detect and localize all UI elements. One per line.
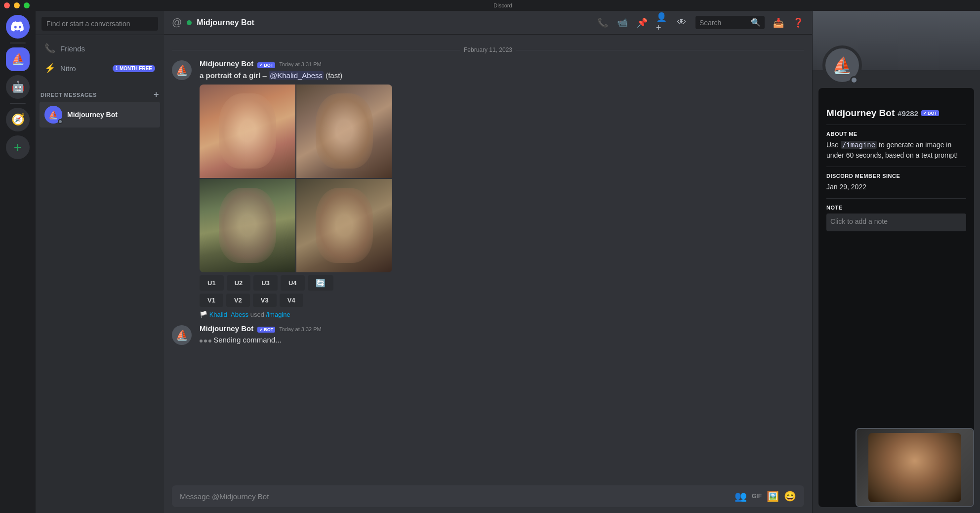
dm-section-header: DIRECT MESSAGES + bbox=[36, 82, 164, 102]
dm-list-item-midjourney[interactable]: ⛵ Midjourney Bot bbox=[40, 102, 160, 128]
sidebar-divider bbox=[10, 43, 26, 43]
add-friend-button[interactable]: 👤+ bbox=[656, 17, 668, 29]
close-button[interactable] bbox=[4, 2, 10, 8]
v3-button[interactable]: V3 bbox=[253, 294, 277, 307]
chat-input-area: 👥 GIF 🖼️ 😄 bbox=[164, 479, 812, 513]
v4-button[interactable]: V4 bbox=[280, 294, 303, 307]
emoji-button[interactable]: 😄 bbox=[784, 490, 796, 502]
main-chat: @ Midjourney Bot 📞 📹 📌 👤+ 👁 🔍 📥 ❓ Febru bbox=[164, 11, 812, 513]
pin-button[interactable]: 📌 bbox=[636, 17, 648, 29]
chat-messages: February 11, 2023 ⛵ Midjourney Bot ✔ BOT… bbox=[164, 35, 812, 479]
chat-input-box: 👥 GIF 🖼️ 😄 bbox=[172, 485, 804, 507]
maximize-button[interactable] bbox=[24, 2, 30, 8]
bot-badge-2: ✔ BOT bbox=[257, 327, 275, 333]
add-server-button[interactable]: + bbox=[6, 135, 30, 159]
friends-icon: 📞 bbox=[44, 43, 55, 54]
message-header-1: Midjourney Bot ✔ BOT Today at 3:31 PM bbox=[200, 59, 804, 68]
midjourney-dm-name: Midjourney Bot bbox=[67, 111, 118, 119]
refresh-button[interactable]: 🔄 bbox=[308, 275, 333, 291]
inbox-button[interactable]: 📥 bbox=[773, 17, 784, 29]
mention-link[interactable]: @Khalid_Abess bbox=[269, 71, 324, 80]
note-title: NOTE bbox=[826, 205, 966, 211]
command-name[interactable]: /imagine bbox=[266, 311, 290, 318]
chat-header: @ Midjourney Bot 📞 📹 📌 👤+ 👁 🔍 📥 ❓ bbox=[164, 11, 812, 35]
nitro-label: Nitro bbox=[60, 64, 76, 73]
u3-button[interactable]: U3 bbox=[253, 275, 278, 291]
video-feed bbox=[857, 429, 973, 506]
midjourney-status bbox=[58, 119, 63, 124]
upscale-buttons: U1 U2 U3 U4 🔄 bbox=[200, 275, 804, 291]
dm-search-input[interactable] bbox=[41, 17, 158, 31]
online-indicator bbox=[187, 20, 192, 25]
server-icon-sailboat[interactable]: ⛵ bbox=[6, 47, 30, 71]
server-sidebar: ⛵ 🤖 🧭 + bbox=[0, 11, 36, 513]
call-button[interactable]: 📞 bbox=[597, 17, 609, 29]
nitro-nav-item[interactable]: ⚡ Nitro 1 MONTH FREE bbox=[40, 59, 160, 78]
message-text-2: Sending command... bbox=[200, 335, 804, 345]
v2-button[interactable]: V2 bbox=[226, 294, 250, 307]
command-user[interactable]: Khalid_Abess bbox=[209, 311, 249, 318]
people-icon[interactable]: 👥 bbox=[735, 490, 747, 502]
title-bar: Discord bbox=[0, 0, 980, 11]
friends-nav-item[interactable]: 📞 Friends bbox=[40, 39, 160, 58]
about-me-title: ABOUT ME bbox=[826, 131, 966, 137]
chat-search-input[interactable] bbox=[699, 19, 748, 27]
v1-button[interactable]: V1 bbox=[200, 294, 223, 307]
command-usage-message: 🏳️ Khalid_Abess used /imagine bbox=[164, 309, 812, 320]
dm-nav: 📞 Friends ⚡ Nitro 1 MONTH FREE bbox=[36, 35, 164, 82]
profile-divider-3 bbox=[826, 198, 966, 199]
message-group-2: ⛵ Midjourney Bot ✔ BOT Today at 3:32 PM bbox=[164, 322, 812, 347]
image-cell-3[interactable] bbox=[200, 179, 295, 272]
dm-section-title: DIRECT MESSAGES bbox=[41, 92, 97, 98]
message-author-1: Midjourney Bot bbox=[200, 59, 253, 68]
nitro-badge: 1 MONTH FREE bbox=[113, 65, 155, 72]
dm-sidebar: 📞 Friends ⚡ Nitro 1 MONTH FREE DIRECT ME… bbox=[36, 11, 164, 513]
note-input[interactable]: Click to add a note bbox=[826, 214, 966, 231]
imagine-command: /imagine bbox=[841, 141, 877, 149]
message-content-2: Midjourney Bot ✔ BOT Today at 3:32 PM bbox=[200, 324, 804, 345]
video-button[interactable]: 📹 bbox=[616, 17, 628, 29]
dm-add-button[interactable]: + bbox=[154, 89, 159, 100]
chat-partner-name: Midjourney Bot bbox=[197, 18, 592, 27]
image-cell-4[interactable] bbox=[296, 179, 392, 272]
hide-profile-button[interactable]: 👁 bbox=[676, 17, 688, 29]
chat-header-actions: 📞 📹 📌 👤+ 👁 🔍 📥 ❓ bbox=[597, 16, 804, 29]
message-header-2: Midjourney Bot ✔ BOT Today at 3:32 PM bbox=[200, 324, 804, 333]
midjourney-msg-avatar-2: ⛵ bbox=[172, 325, 192, 345]
discord-home-button[interactable] bbox=[6, 15, 30, 39]
message-group-1: ⛵ Midjourney Bot ✔ BOT Today at 3:31 PM … bbox=[164, 57, 812, 309]
message-timestamp-2: Today at 3:32 PM bbox=[279, 326, 322, 332]
profile-status-indicator bbox=[850, 76, 858, 84]
image-cell-2[interactable] bbox=[296, 85, 392, 178]
member-since-date: Jan 29, 2022 bbox=[826, 182, 966, 192]
profile-display-name: Midjourney Bot bbox=[826, 108, 895, 119]
profile-name-section: Midjourney Bot #9282 ✔ BOT bbox=[826, 108, 966, 119]
u2-button[interactable]: U2 bbox=[227, 275, 251, 291]
member-since-title: DISCORD MEMBER SINCE bbox=[826, 173, 966, 179]
ai-image-grid bbox=[200, 85, 392, 272]
app-title: Discord bbox=[30, 2, 976, 8]
message-timestamp-1: Today at 3:31 PM bbox=[279, 61, 322, 67]
u4-button[interactable]: U4 bbox=[281, 275, 305, 291]
search-icon: 🔍 bbox=[751, 18, 761, 27]
about-me-text: Use /imagine to generate an image in und… bbox=[826, 140, 966, 161]
profile-header-banner: ⛵ bbox=[813, 11, 980, 70]
server-icon-ai[interactable]: 🤖 bbox=[6, 75, 30, 99]
minimize-button[interactable] bbox=[14, 2, 20, 8]
u1-button[interactable]: U1 bbox=[200, 275, 224, 291]
video-person bbox=[868, 433, 962, 502]
gif-button[interactable]: GIF bbox=[752, 493, 762, 500]
explore-button[interactable]: 🧭 bbox=[6, 108, 30, 131]
sidebar-divider-2 bbox=[10, 103, 26, 104]
help-button[interactable]: ❓ bbox=[792, 17, 804, 29]
video-thumbnail[interactable] bbox=[856, 428, 974, 507]
friends-label: Friends bbox=[60, 44, 85, 53]
chat-message-input[interactable] bbox=[180, 492, 730, 501]
sticker-button[interactable]: 🖼️ bbox=[767, 490, 779, 502]
image-cell-1[interactable] bbox=[200, 85, 295, 178]
variation-buttons: V1 V2 V3 V4 bbox=[200, 294, 804, 307]
message-author-2: Midjourney Bot bbox=[200, 324, 253, 333]
profile-tag: #9282 bbox=[898, 109, 918, 118]
chat-type-icon: @ bbox=[172, 17, 182, 28]
bot-badge-1: ✔ BOT bbox=[257, 62, 275, 68]
